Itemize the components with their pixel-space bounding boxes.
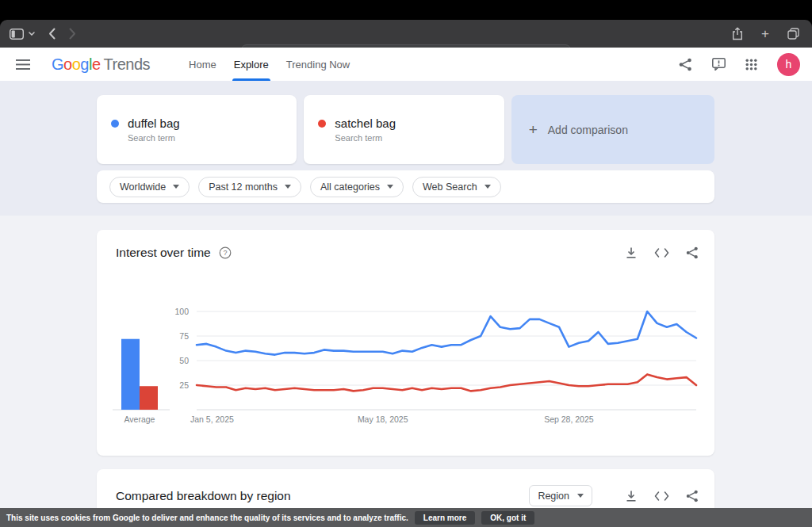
ok-got-it-button[interactable]: OK, got it: [481, 511, 534, 525]
caret-down-icon: [173, 185, 179, 189]
site-header: Google Trends Home Explore Trending Now …: [0, 48, 812, 81]
download-icon[interactable]: [625, 246, 638, 259]
svg-text:25: 25: [179, 380, 189, 390]
forward-button-icon: [69, 28, 76, 40]
plus-icon: +: [529, 122, 538, 137]
svg-text:Jan 5, 2025: Jan 5, 2025: [190, 414, 234, 424]
filter-time-range-dropdown[interactable]: Past 12 months: [198, 177, 301, 197]
search-term-card-satchel-bag[interactable]: satchel bag Search term: [304, 95, 504, 164]
filter-search-type-dropdown[interactable]: Web Search: [412, 177, 501, 197]
share-nodes-icon[interactable]: [679, 58, 692, 71]
google-trends-logo[interactable]: Google Trends: [52, 55, 150, 74]
help-icon[interactable]: ?: [219, 246, 232, 259]
cookie-notice-bar: This site uses cookies from Google to de…: [0, 508, 812, 527]
browser-toolbar: trends.google.com ↻ +: [0, 20, 812, 48]
back-button-icon[interactable]: [48, 28, 56, 40]
region-dropdown[interactable]: Region: [529, 485, 592, 506]
download-icon[interactable]: [625, 490, 638, 502]
panel-title: Compared breakdown by region: [116, 489, 291, 503]
term-type: Search term: [335, 133, 396, 143]
series-color-dot-blue: [111, 120, 119, 128]
google-apps-grid-icon[interactable]: [745, 59, 757, 71]
google-logo-word: Google: [52, 55, 101, 74]
caret-down-icon: [285, 185, 291, 189]
share-nodes-icon[interactable]: [686, 490, 699, 502]
learn-more-button[interactable]: Learn more: [415, 511, 475, 525]
filters-bar: Worldwide Past 12 months All categories …: [97, 170, 714, 203]
caret-down-icon: [387, 185, 393, 189]
share-nodes-icon[interactable]: [686, 246, 699, 259]
feedback-icon[interactable]: [712, 58, 726, 71]
svg-text:50: 50: [179, 356, 189, 365]
caret-down-icon: [577, 494, 584, 498]
compare-section: duffel bag Search term satchel bag Searc…: [0, 81, 812, 216]
embed-code-icon[interactable]: [654, 491, 669, 501]
svg-text:100: 100: [174, 307, 189, 316]
term-name: duffel bag: [128, 116, 180, 130]
menu-icon[interactable]: [16, 59, 30, 70]
svg-text:Average: Average: [124, 414, 155, 424]
series-color-dot-red: [318, 120, 326, 128]
term-type: Search term: [128, 133, 180, 143]
cookie-message: This site uses cookies from Google to de…: [6, 514, 408, 522]
new-tab-icon[interactable]: +: [761, 27, 769, 40]
svg-text:75: 75: [179, 331, 189, 341]
nav-item-home[interactable]: Home: [180, 48, 225, 81]
trend-chart-svg: 100755025AverageJan 5, 2025May 18, 2025S…: [97, 230, 714, 436]
chevron-down-icon[interactable]: [29, 32, 35, 36]
tab-overview-icon[interactable]: [787, 28, 799, 40]
panel-title: Interest over time: [116, 246, 211, 260]
nav-item-explore[interactable]: Explore: [225, 48, 278, 81]
primary-nav: Home Explore Trending Now: [180, 48, 358, 81]
add-comparison-button[interactable]: + Add comparison: [511, 95, 714, 164]
share-icon[interactable]: [732, 27, 743, 40]
active-tab-underline: [232, 78, 270, 81]
trends-logo-word: Trends: [104, 55, 151, 74]
svg-text:May 18, 2025: May 18, 2025: [358, 414, 408, 424]
term-name: satchel bag: [335, 116, 396, 130]
nav-item-trending-now[interactable]: Trending Now: [278, 48, 358, 81]
sidebar-toggle-icon[interactable]: [10, 29, 24, 40]
filter-location-dropdown[interactable]: Worldwide: [109, 177, 190, 197]
main-content: Interest over time ? 100755025AverageJan…: [0, 216, 812, 527]
interest-over-time-panel: Interest over time ? 100755025AverageJan…: [97, 230, 714, 456]
svg-text:Sep 28, 2025: Sep 28, 2025: [544, 414, 594, 424]
account-avatar[interactable]: h: [777, 53, 800, 76]
menu-bar-strip: [0, 0, 812, 20]
caret-down-icon: [485, 185, 491, 189]
embed-code-icon[interactable]: [654, 248, 669, 258]
svg-text:?: ?: [223, 249, 227, 257]
search-term-card-duffel-bag[interactable]: duffel bag Search term: [97, 95, 297, 164]
filter-category-dropdown[interactable]: All categories: [310, 177, 404, 197]
